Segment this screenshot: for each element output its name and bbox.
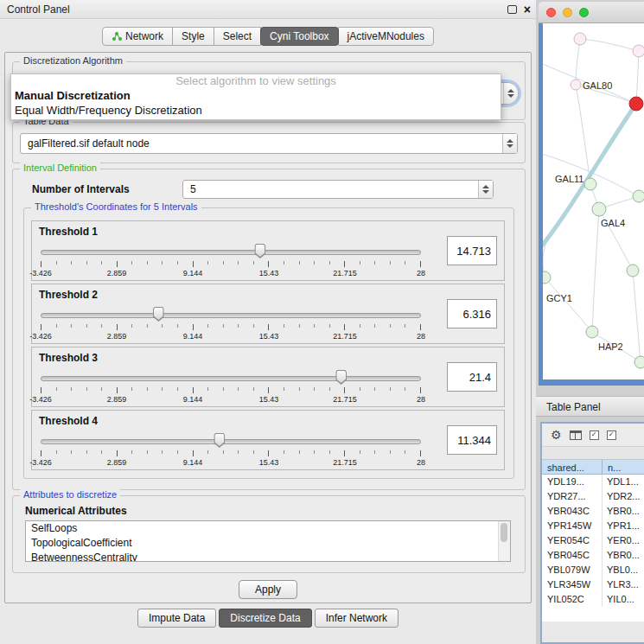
table-row[interactable]: YPR145W YPR1... [542, 519, 644, 533]
slider-track[interactable] [41, 376, 421, 381]
option-manual-discretization[interactable]: Manual Discretization [11, 88, 501, 103]
cell[interactable]: YBR043C [542, 504, 603, 519]
table-row[interactable]: YBL079W YBL0... [542, 563, 644, 577]
slider-thumb[interactable] [254, 244, 265, 258]
zoom-window-icon[interactable] [579, 8, 589, 17]
node[interactable] [633, 45, 644, 57]
table-row[interactable]: YLR345W YLR3... [542, 577, 644, 592]
cell[interactable]: YBR0... [603, 504, 644, 519]
cell[interactable]: YLR3... [603, 577, 644, 592]
node[interactable] [543, 271, 551, 284]
network-canvas[interactable]: GAL80 GAL11 GAL4 GCY1 HAP2 [543, 23, 644, 379]
cell[interactable]: YDR27... [542, 489, 603, 504]
cell[interactable]: YPR145W [542, 519, 603, 533]
cell[interactable]: YLR345W [542, 577, 603, 592]
cell[interactable]: YIL052C [542, 592, 603, 607]
list-scrollbar[interactable] [498, 521, 510, 561]
cell[interactable]: YBR045C [542, 548, 603, 563]
cell[interactable]: YDL1... [603, 475, 644, 489]
tab-infer-network[interactable]: Infer Network [315, 609, 399, 628]
column-header-shared-name[interactable]: shared... [542, 459, 603, 475]
checkbox-icon[interactable]: ✓ [590, 430, 599, 440]
network-window: GAL80 GAL11 GAL4 GCY1 HAP2 [539, 2, 644, 391]
threshold-2-slider[interactable]: -3.426 2.859 9.144 15.43 21.715 28 [41, 305, 421, 341]
table-row[interactable]: YER054C YER0... [542, 533, 644, 548]
node[interactable] [586, 326, 598, 338]
table-data-stepper[interactable] [502, 134, 517, 153]
cell[interactable]: YIL0... [603, 592, 644, 607]
intervals-stepper[interactable] [478, 181, 493, 198]
threshold-4-value-field[interactable]: 11.344 [447, 425, 497, 455]
node[interactable] [571, 80, 581, 90]
algorithm-combobox-stepper[interactable] [503, 83, 518, 104]
scale-label: 28 [417, 458, 425, 467]
tab-network-label: Network [125, 30, 163, 42]
tab-discretize-data[interactable]: Discretize Data [219, 609, 311, 628]
node[interactable] [584, 178, 596, 190]
option-equal-width-frequency[interactable]: Equal Width/Frequency Discretization [11, 103, 501, 118]
scale-label: -3.426 [29, 269, 52, 277]
node[interactable] [627, 265, 639, 277]
numerical-attributes-list[interactable]: SelfLoops TopologicalCoefficient Between… [25, 520, 511, 562]
tab-select[interactable]: Select [214, 27, 261, 46]
gear-icon[interactable]: ⚙ [551, 429, 562, 441]
cell[interactable]: YER0... [603, 533, 644, 548]
threshold-3-value-field[interactable]: 21.4 [447, 362, 497, 392]
cell[interactable]: YPR1... [603, 519, 644, 533]
list-item[interactable]: SelfLoops [26, 521, 510, 536]
cell[interactable]: YDR2... [603, 489, 644, 504]
threshold-2-panel: Threshold 2 -3.426 2.859 9.144 15.43 21.… [31, 284, 505, 344]
node[interactable] [634, 356, 644, 368]
cell[interactable]: YBR0... [603, 548, 644, 563]
threshold-4-slider[interactable]: -3.426 2.859 9.144 15.43 21.715 28 [41, 431, 421, 468]
threshold-1-slider[interactable]: -3.426 2.859 9.144 15.43 21.715 28 [41, 242, 421, 278]
tab-style[interactable]: Style [172, 27, 214, 46]
apply-button[interactable]: Apply [239, 580, 297, 599]
slider-thumb[interactable] [153, 307, 164, 322]
node[interactable] [592, 202, 606, 216]
node[interactable] [633, 190, 644, 202]
list-item[interactable]: TopologicalCoefficient [26, 536, 510, 551]
algorithm-placeholder[interactable]: Select algorithm to view settings [11, 74, 501, 88]
threshold-1-value-field[interactable]: 14.713 [447, 236, 497, 265]
slider-track[interactable] [41, 250, 421, 255]
checkbox-icon[interactable]: ✓ [607, 430, 616, 440]
table-row[interactable]: YBR045C YBR0... [542, 548, 644, 563]
list-item[interactable]: BetweennessCentrality [26, 551, 510, 562]
threshold-2-value-field[interactable]: 6.316 [447, 299, 497, 328]
tab-impute-data[interactable]: Impute Data [137, 609, 216, 628]
table-data-combobox[interactable]: galFiltered.sif default node [20, 133, 518, 154]
slider-thumb[interactable] [335, 370, 347, 385]
tab-cyni-toolbox[interactable]: Cyni Toolbox [260, 27, 338, 46]
selected-node[interactable] [629, 97, 643, 111]
close-window-icon[interactable] [546, 8, 556, 17]
number-of-intervals-combobox[interactable]: 5 [182, 180, 494, 199]
table-row[interactable]: YDL19... YDL1... [542, 475, 644, 489]
table-row[interactable]: YDR27... YDR2... [542, 489, 644, 504]
minimize-window-icon[interactable] [563, 8, 572, 17]
scrollbar-thumb[interactable] [501, 523, 507, 542]
slider-thumb[interactable] [214, 433, 225, 448]
node-label: GAL11 [555, 174, 583, 184]
tab-jactivemodules[interactable]: jActiveMNodules [338, 27, 434, 46]
slider-ticks [41, 387, 421, 393]
slider-track[interactable] [41, 439, 421, 444]
table-row[interactable]: YBR043C YBR0... [542, 504, 644, 519]
stepper-down-icon [507, 144, 513, 148]
float-window-icon[interactable] [507, 5, 517, 14]
attributes-group-title: Attributes to discretize [20, 489, 120, 500]
column-header-name[interactable]: n... [603, 459, 644, 475]
stepper-up-icon [507, 139, 513, 143]
cell[interactable]: YDL19... [542, 475, 603, 489]
cell[interactable]: YBL079W [542, 563, 603, 577]
close-panel-icon[interactable]: × [524, 0, 531, 19]
table-row[interactable]: YIL052C YIL0... [542, 592, 644, 607]
network-view-frame: GAL80 GAL11 GAL4 GCY1 HAP2 [539, 23, 644, 386]
tab-network[interactable]: Network [102, 27, 173, 46]
node[interactable] [574, 33, 586, 45]
cell[interactable]: YER054C [542, 533, 603, 548]
threshold-3-slider[interactable]: -3.426 2.859 9.144 15.43 21.715 28 [41, 368, 421, 405]
cell[interactable]: YBL0... [603, 563, 644, 577]
slider-track[interactable] [41, 313, 421, 318]
columns-icon[interactable] [570, 430, 582, 440]
